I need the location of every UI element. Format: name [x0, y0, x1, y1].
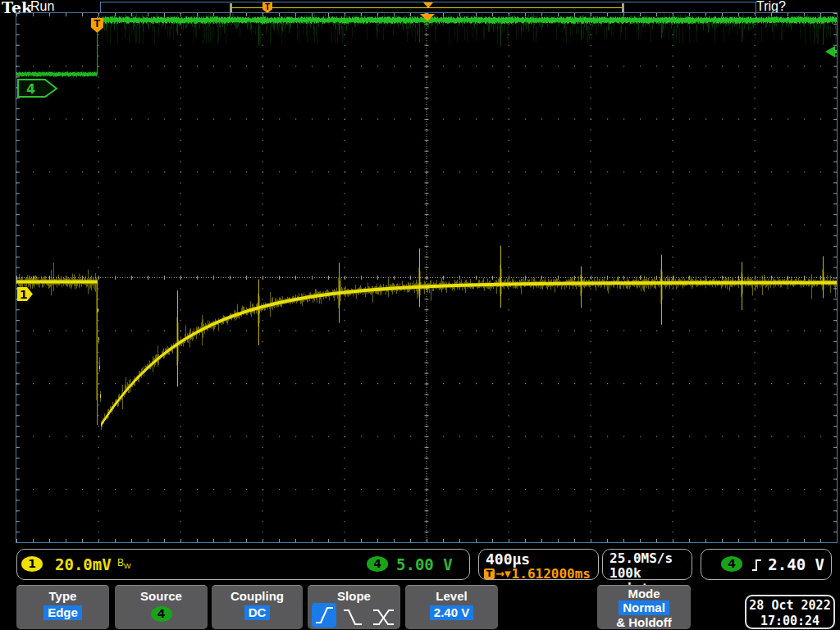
ch4-scale-value: 5.00 V	[396, 555, 453, 573]
ch1-position-marker[interactable]: 1	[17, 287, 34, 302]
ch1-badge[interactable]: 1	[21, 556, 43, 572]
mode-value: Normal	[619, 600, 669, 615]
mode-value-2: & Holdoff	[597, 615, 691, 629]
level-label: Level	[405, 589, 498, 603]
datetime-box: 28 Oct 2022 17:00:24	[745, 595, 835, 629]
ch4-position-marker[interactable]: 4	[17, 79, 58, 98]
ch4-badge[interactable]: 4	[367, 556, 388, 572]
expansion-point-icon	[420, 14, 435, 21]
type-value: Edge	[43, 605, 82, 620]
menu-button-slope[interactable]: Slope	[308, 585, 400, 629]
timebase-readout[interactable]: 400µs T→▼1.612000ms	[478, 549, 599, 580]
ch1-flag-label: 1	[20, 288, 28, 301]
bandwidth-limit-icon: BW	[117, 557, 131, 570]
ch4-flag-label: 4	[26, 81, 35, 97]
menu-button-type[interactable]: Type Edge	[16, 585, 109, 629]
rising-edge-icon	[751, 558, 764, 573]
view-position-icon[interactable]	[423, 2, 433, 8]
acquisition-readout[interactable]: 25.0MS/s 100k points	[602, 549, 692, 580]
trigger-source-badge[interactable]: 4	[721, 556, 742, 572]
coupling-value: DC	[244, 605, 271, 620]
slope-either-icon[interactable]	[372, 603, 396, 628]
channel-scale-readout[interactable]: 1 20.0mV BW 4 5.00 V	[16, 549, 470, 580]
trigger-level-value: 2.40 V	[768, 555, 824, 573]
record-left-bracket	[230, 3, 232, 12]
slope-rising-icon[interactable]	[312, 603, 336, 628]
level-value: 2.40 V	[430, 605, 473, 620]
waveform-canvas	[16, 13, 837, 542]
slope-label: Slope	[308, 589, 400, 603]
time-value: 17:00:24	[746, 614, 833, 629]
slope-options	[308, 603, 400, 629]
menu-button-source[interactable]: Source 4	[115, 585, 208, 629]
mode-label: Mode	[597, 587, 691, 600]
trigger-readout[interactable]: 4 2.40 V	[701, 549, 832, 580]
marker-triangle-icon: ▼	[504, 569, 511, 578]
trigger-position-value: 1.612000ms	[512, 566, 591, 582]
menu-button-mode[interactable]: Mode Normal & Holdoff	[597, 585, 691, 629]
ch1-scale-value: 20.0mV	[55, 555, 112, 573]
coupling-label: Coupling	[212, 589, 303, 603]
trigger-t-icon: T	[484, 568, 495, 579]
menu-button-level[interactable]: Level 2.40 V	[405, 585, 498, 629]
slope-falling-icon[interactable]	[342, 603, 365, 628]
sample-rate-value: 25.0MS/s	[609, 550, 673, 566]
waveform-display: T 4 1	[16, 12, 838, 543]
arrow-right-icon: →	[495, 568, 504, 580]
menu-button-coupling[interactable]: Coupling DC	[212, 585, 303, 629]
trigger-level-arrow-tail	[834, 50, 837, 53]
oscilloscope-screen: Tek Run Trig? T T 4 1 1 20.0mV BW 4 5	[0, 0, 840, 630]
record-right-bracket	[622, 3, 624, 12]
source-value-badge: 4	[151, 606, 172, 622]
trigger-position-readout: T→▼1.612000ms	[484, 566, 591, 582]
timebase-scale-value: 400µs	[486, 550, 530, 568]
type-label: Type	[16, 589, 109, 603]
source-label: Source	[115, 589, 208, 603]
date-value: 28 Oct 2022	[746, 598, 833, 614]
